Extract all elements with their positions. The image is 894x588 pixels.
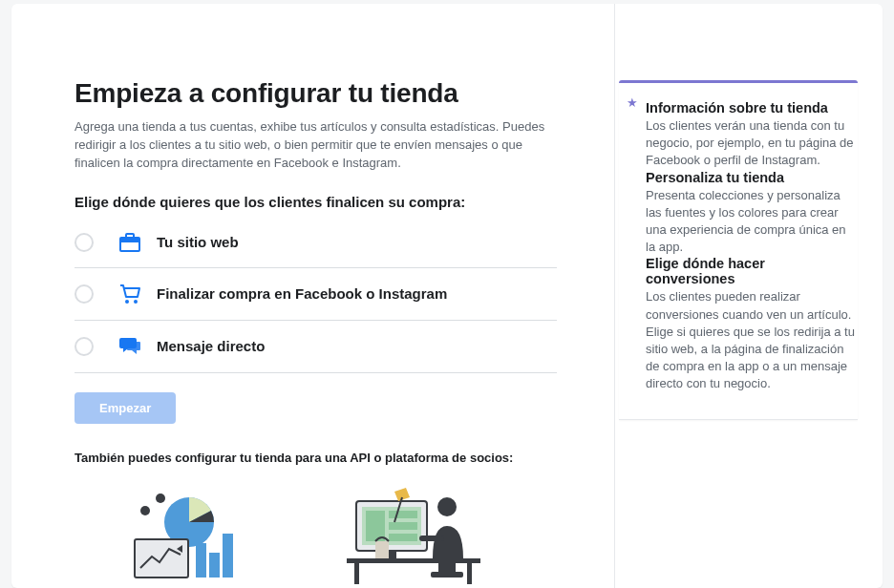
choose-subheading: Elige dónde quieres que los clientes fin… [74,194,557,210]
info-body: Los clientes verán una tienda con tu neg… [646,117,858,170]
svg-rect-20 [354,563,359,584]
chat-icon [117,336,143,357]
svg-rect-26 [431,572,463,578]
star-icon: ★ [627,95,638,110]
alt-tiles: Usar una plataforma de socios [74,484,557,588]
svg-rect-15 [389,511,417,518]
svg-rect-16 [389,522,417,530]
info-column: ★ Información sobre tu tienda Los client… [615,4,883,588]
svg-rect-11 [223,534,233,578]
svg-rect-17 [389,534,417,541]
info-item: Elige dónde hacer conversiones Los clien… [646,256,858,392]
svg-point-4 [134,300,138,304]
option-direct-message[interactable]: Mensaje directo [74,321,557,373]
svg-point-6 [140,506,150,515]
svg-point-23 [437,497,457,516]
info-item: Personaliza tu tienda Presenta coleccion… [646,170,858,257]
svg-point-7 [156,494,165,503]
info-title: Personaliza tu tienda [646,170,858,185]
svg-rect-27 [375,541,389,558]
radio-button[interactable] [74,337,94,356]
option-label: Finalizar compra en Facebook o Instagram [157,285,447,302]
svg-rect-19 [347,558,480,563]
svg-rect-21 [467,563,472,584]
analytics-illustration-icon [74,484,275,584]
svg-rect-9 [196,543,206,578]
main-column: Empieza a configurar tu tienda Agrega un… [11,4,615,588]
tile-partner-platform[interactable]: Usar una plataforma de socios [74,484,275,588]
info-body: Presenta colecciones y personaliza las f… [646,187,858,257]
desk-illustration-icon [313,484,514,584]
info-body: Los clientes pueden realizar conversione… [646,288,858,392]
option-label: Mensaje directo [157,338,265,354]
info-box: Información sobre tu tienda Los clientes… [619,80,858,420]
setup-card: Empieza a configurar tu tienda Agrega un… [11,4,883,588]
page-title: Empieza a configurar tu tienda [74,78,557,109]
svg-rect-1 [126,234,134,238]
checkout-options: Tu sitio web Finalizar compra en Faceboo… [74,231,557,373]
svg-rect-10 [209,553,220,578]
cart-icon [117,284,143,304]
tile-test-store[interactable]: Crear una tienda de prueba [313,484,514,588]
radio-button[interactable] [74,233,94,252]
info-title: Información sobre tu tienda [646,100,858,116]
radio-button[interactable] [74,284,94,304]
svg-point-3 [125,300,129,304]
also-subheading: También puedes configurar tu tienda para… [74,451,557,465]
info-item: Información sobre tu tienda Los clientes… [646,100,858,170]
briefcase-icon [117,233,143,252]
info-title: Elige dónde hacer conversiones [646,256,858,286]
page-lead: Agrega una tienda a tus cuentas, exhibe … [74,118,552,173]
option-label: Tu sitio web [157,234,239,250]
option-your-website[interactable]: Tu sitio web [74,231,557,268]
svg-rect-24 [419,536,444,541]
start-button[interactable]: Empezar [74,392,176,424]
svg-rect-2 [120,238,139,242]
svg-rect-25 [438,558,456,572]
option-facebook-instagram-checkout[interactable]: Finalizar compra en Facebook o Instagram [74,268,557,321]
